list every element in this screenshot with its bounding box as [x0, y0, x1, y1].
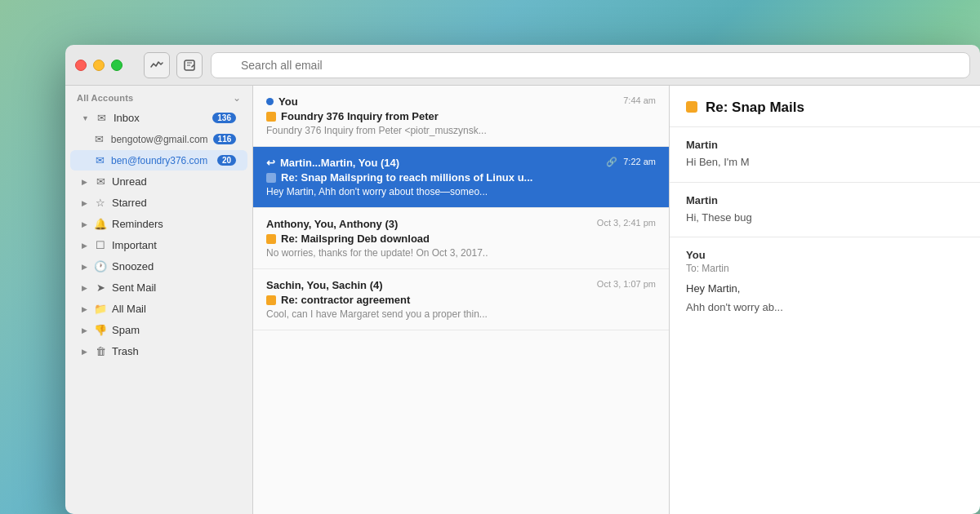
- sidebar-item-allmail[interactable]: ▶ 📁 All Mail: [70, 299, 247, 319]
- trash-label: Trash: [112, 345, 139, 357]
- tag-dot-white: [266, 173, 276, 183]
- email-item[interactable]: You 7:44 am Foundry 376 Inquiry from Pet…: [253, 86, 669, 147]
- sidebar-item-foundry[interactable]: ✉ ben@foundry376.com 20: [70, 150, 247, 171]
- snoozed-expand-icon: ▶: [82, 263, 87, 271]
- gmail-label: bengotow@gmail.com: [111, 134, 208, 145]
- title-bar: 🔍: [65, 45, 980, 86]
- email-from: Sachin, You, Sachin (4): [266, 279, 383, 291]
- sidebar-item-starred[interactable]: ▶ ☆ Starred: [70, 193, 247, 213]
- reading-subject: Re: Snap Mails: [706, 99, 804, 117]
- compose-sender: You: [686, 249, 964, 261]
- spam-expand-icon: ▶: [82, 326, 87, 335]
- email-list: You 7:44 am Foundry 376 Inquiry from Pet…: [253, 86, 670, 514]
- reading-pane: Re: Snap Mails Martin Hi Ben, I'm M Mart…: [670, 86, 980, 514]
- message-body: Hi, These bug: [686, 210, 964, 226]
- sidebar-item-important[interactable]: ▶ ☐ Important: [70, 235, 247, 255]
- reading-header: Re: Snap Mails: [670, 86, 980, 127]
- tag-dot-yellow: [266, 234, 276, 244]
- email-subject: Re: contractor agreement: [266, 294, 656, 306]
- unread-dot: [266, 98, 274, 105]
- unread-label: Unread: [112, 175, 147, 188]
- sidebar-item-sent[interactable]: ▶ ➤ Sent Mail: [70, 277, 247, 298]
- starred-label: Starred: [112, 197, 147, 209]
- email-header: ↩ Martin...Martin, You (14) 🔗 7:22 am: [266, 157, 656, 169]
- email-item[interactable]: ↩ Martin...Martin, You (14) 🔗 7:22 am Re…: [253, 147, 669, 208]
- unread-icon: ✉: [94, 175, 107, 188]
- email-item[interactable]: Sachin, You, Sachin (4) Oct 3, 1:07 pm R…: [253, 269, 669, 330]
- sidebar: All Accounts ⌄ ▼ ✉ Inbox 136 ✉ bengotow@…: [65, 86, 253, 514]
- accounts-chevron-icon[interactable]: ⌄: [233, 92, 241, 104]
- email-item[interactable]: Anthony, You, Anthony (3) Oct 3, 2:41 pm…: [253, 208, 669, 269]
- reminders-label: Reminders: [112, 218, 163, 230]
- message-sender: Martin: [686, 139, 964, 151]
- email-subject: Re: Snap Mailspring to reach millions of…: [266, 171, 656, 184]
- sidebar-item-spam[interactable]: ▶ 👎 Spam: [70, 320, 247, 340]
- important-expand-icon: ▶: [82, 241, 87, 250]
- email-header: Anthony, You, Anthony (3) Oct 3, 2:41 pm: [266, 218, 656, 230]
- message-block: Martin Hi, These bug: [670, 183, 980, 238]
- message-sender: Martin: [686, 194, 964, 206]
- compose-greeting: Hey Martin,: [686, 282, 964, 295]
- reading-tag-dot: [686, 101, 697, 113]
- email-time: Oct 3, 1:07 pm: [597, 279, 656, 289]
- foundry-label: ben@foundry376.com: [111, 155, 207, 166]
- email-time: 🔗 7:22 am: [606, 157, 656, 167]
- title-bar-actions: [144, 52, 203, 78]
- foundry-icon: ✉: [93, 154, 106, 166]
- main-content: All Accounts ⌄ ▼ ✉ Inbox 136 ✉ bengotow@…: [65, 86, 980, 514]
- all-accounts-label: All Accounts: [77, 93, 133, 103]
- clock-icon: 🕐: [94, 260, 107, 273]
- trash-icon: 🗑: [94, 345, 107, 357]
- activity-icon[interactable]: [144, 52, 170, 78]
- message-block: Martin Hi Ben, I'm M: [670, 127, 980, 183]
- gmail-icon: ✉: [93, 133, 106, 145]
- starred-expand-icon: ▶: [82, 199, 87, 207]
- reply-icon: ↩: [266, 157, 275, 169]
- foundry-badge: 20: [217, 155, 236, 166]
- compose-button[interactable]: [176, 52, 203, 78]
- search-wrapper: 🔍: [211, 52, 970, 78]
- spam-icon: 👎: [94, 324, 107, 336]
- minimize-button[interactable]: [93, 60, 105, 71]
- reminders-expand-icon: ▶: [82, 220, 87, 228]
- compose-to: To: Martin: [686, 263, 964, 274]
- email-preview: Foundry 376 Inquiry from Peter <piotr_mu…: [266, 125, 656, 136]
- sidebar-item-inbox[interactable]: ▼ ✉ Inbox 136: [70, 108, 247, 128]
- email-from: Anthony, You, Anthony (3): [266, 218, 398, 230]
- email-header: Sachin, You, Sachin (4) Oct 3, 1:07 pm: [266, 279, 656, 291]
- close-button[interactable]: [75, 60, 87, 71]
- compose-body: Ahh don't worry ab...: [686, 301, 964, 313]
- paperclip-icon: 🔗: [606, 157, 617, 166]
- sidebar-item-snoozed[interactable]: ▶ 🕐 Snoozed: [70, 256, 247, 277]
- email-time: Oct 3, 2:41 pm: [597, 218, 656, 228]
- sidebar-item-gmail[interactable]: ✉ bengotow@gmail.com 116: [70, 129, 247, 149]
- search-input[interactable]: [211, 52, 970, 78]
- folder-icon: 📁: [94, 303, 107, 315]
- inbox-label: Inbox: [114, 112, 140, 124]
- gmail-badge: 116: [213, 134, 236, 144]
- important-icon: ☐: [94, 239, 107, 251]
- sidebar-item-unread[interactable]: ▶ ✉ Unread: [70, 171, 247, 192]
- email-header: You 7:44 am: [266, 95, 656, 108]
- traffic-lights: [75, 60, 122, 71]
- sidebar-item-reminders[interactable]: ▶ 🔔 Reminders: [70, 214, 247, 234]
- maximize-button[interactable]: [111, 60, 122, 71]
- sidebar-item-trash[interactable]: ▶ 🗑 Trash: [70, 341, 247, 361]
- inbox-expand-icon: ▼: [82, 114, 89, 122]
- app-window: 🔍 All Accounts ⌄ ▼ ✉ Inbox 136 ✉ bengoto…: [65, 45, 980, 514]
- sent-expand-icon: ▶: [82, 284, 87, 292]
- tag-dot-yellow: [266, 295, 276, 305]
- all-accounts-header: All Accounts ⌄: [65, 86, 252, 107]
- spam-label: Spam: [112, 324, 140, 336]
- trash-expand-icon: ▶: [82, 348, 87, 356]
- bell-icon: 🔔: [94, 218, 107, 230]
- email-preview: Cool, can I have Margaret send you a pro…: [266, 308, 656, 320]
- email-from: ↩ Martin...Martin, You (14): [266, 157, 399, 169]
- email-subject: Foundry 376 Inquiry from Peter: [266, 110, 656, 122]
- allmail-expand-icon: ▶: [82, 305, 87, 313]
- important-label: Important: [112, 239, 157, 251]
- unread-expand-icon: ▶: [82, 178, 87, 186]
- inbox-badge: 136: [212, 113, 236, 123]
- email-preview: No worries, thanks for the update! On Oc…: [266, 247, 656, 259]
- inbox-icon: ✉: [96, 112, 109, 124]
